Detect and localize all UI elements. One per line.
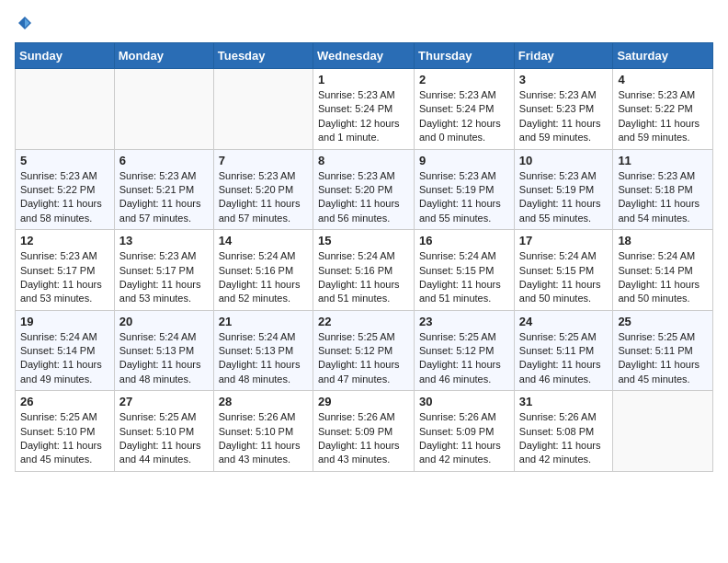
calendar-cell bbox=[16, 69, 115, 150]
day-number: 7 bbox=[219, 154, 308, 167]
calendar-cell: 3Sunrise: 5:23 AM Sunset: 5:23 PM Daylig… bbox=[514, 69, 613, 150]
calendar-cell: 28Sunrise: 5:26 AM Sunset: 5:10 PM Dayli… bbox=[213, 391, 313, 472]
day-info: Sunrise: 5:23 AM Sunset: 5:21 PM Dayligh… bbox=[119, 169, 209, 226]
weekday-header: Friday bbox=[514, 43, 613, 69]
calendar-cell: 15Sunrise: 5:24 AM Sunset: 5:16 PM Dayli… bbox=[313, 230, 414, 311]
calendar-cell: 13Sunrise: 5:23 AM Sunset: 5:17 PM Dayli… bbox=[114, 230, 213, 311]
calendar-cell: 21Sunrise: 5:24 AM Sunset: 5:13 PM Dayli… bbox=[213, 310, 313, 391]
day-info: Sunrise: 5:23 AM Sunset: 5:22 PM Dayligh… bbox=[20, 169, 109, 226]
calendar-cell: 24Sunrise: 5:25 AM Sunset: 5:11 PM Dayli… bbox=[514, 310, 613, 391]
day-info: Sunrise: 5:26 AM Sunset: 5:08 PM Dayligh… bbox=[519, 410, 609, 467]
day-info: Sunrise: 5:24 AM Sunset: 5:16 PM Dayligh… bbox=[219, 249, 308, 306]
day-number: 19 bbox=[20, 315, 109, 328]
day-number: 21 bbox=[219, 315, 308, 328]
day-info: Sunrise: 5:23 AM Sunset: 5:20 PM Dayligh… bbox=[318, 169, 409, 226]
day-info: Sunrise: 5:23 AM Sunset: 5:18 PM Dayligh… bbox=[618, 169, 708, 226]
calendar-cell: 7Sunrise: 5:23 AM Sunset: 5:20 PM Daylig… bbox=[213, 149, 313, 230]
calendar-cell: 23Sunrise: 5:25 AM Sunset: 5:12 PM Dayli… bbox=[415, 310, 515, 391]
calendar-cell: 25Sunrise: 5:25 AM Sunset: 5:11 PM Dayli… bbox=[613, 310, 713, 391]
day-info: Sunrise: 5:26 AM Sunset: 5:10 PM Dayligh… bbox=[219, 410, 308, 467]
header-row: SundayMondayTuesdayWednesdayThursdayFrid… bbox=[16, 43, 713, 69]
day-number: 12 bbox=[20, 234, 109, 247]
calendar-cell: 10Sunrise: 5:23 AM Sunset: 5:19 PM Dayli… bbox=[514, 149, 613, 230]
day-number: 15 bbox=[318, 234, 409, 247]
day-number: 9 bbox=[419, 154, 509, 167]
calendar-cell: 14Sunrise: 5:24 AM Sunset: 5:16 PM Dayli… bbox=[213, 230, 313, 311]
calendar-cell: 16Sunrise: 5:24 AM Sunset: 5:15 PM Dayli… bbox=[415, 230, 515, 311]
calendar-cell: 18Sunrise: 5:24 AM Sunset: 5:14 PM Dayli… bbox=[613, 230, 713, 311]
calendar-week: 12Sunrise: 5:23 AM Sunset: 5:17 PM Dayli… bbox=[16, 230, 713, 311]
day-info: Sunrise: 5:25 AM Sunset: 5:10 PM Dayligh… bbox=[119, 410, 209, 467]
day-number: 8 bbox=[318, 154, 409, 167]
calendar-cell: 31Sunrise: 5:26 AM Sunset: 5:08 PM Dayli… bbox=[514, 391, 613, 472]
day-info: Sunrise: 5:23 AM Sunset: 5:17 PM Dayligh… bbox=[20, 249, 109, 306]
day-number: 28 bbox=[219, 395, 308, 408]
calendar-cell bbox=[613, 391, 713, 472]
day-number: 30 bbox=[419, 395, 509, 408]
day-info: Sunrise: 5:23 AM Sunset: 5:23 PM Dayligh… bbox=[519, 88, 609, 145]
day-number: 2 bbox=[419, 73, 509, 86]
day-number: 3 bbox=[519, 73, 609, 86]
day-info: Sunrise: 5:26 AM Sunset: 5:09 PM Dayligh… bbox=[419, 410, 509, 467]
day-number: 13 bbox=[119, 234, 209, 247]
day-number: 10 bbox=[519, 154, 609, 167]
day-number: 14 bbox=[219, 234, 308, 247]
day-number: 5 bbox=[20, 154, 109, 167]
day-number: 4 bbox=[618, 73, 708, 86]
header bbox=[15, 15, 713, 31]
day-info: Sunrise: 5:24 AM Sunset: 5:13 PM Dayligh… bbox=[219, 330, 308, 387]
day-info: Sunrise: 5:23 AM Sunset: 5:19 PM Dayligh… bbox=[519, 169, 609, 226]
calendar: SundayMondayTuesdayWednesdayThursdayFrid… bbox=[15, 42, 713, 472]
day-number: 31 bbox=[519, 395, 609, 408]
calendar-cell: 30Sunrise: 5:26 AM Sunset: 5:09 PM Dayli… bbox=[415, 391, 515, 472]
day-info: Sunrise: 5:23 AM Sunset: 5:24 PM Dayligh… bbox=[419, 88, 509, 145]
day-number: 1 bbox=[318, 73, 409, 86]
calendar-cell: 19Sunrise: 5:24 AM Sunset: 5:14 PM Dayli… bbox=[16, 310, 115, 391]
calendar-cell: 29Sunrise: 5:26 AM Sunset: 5:09 PM Dayli… bbox=[313, 391, 414, 472]
calendar-cell: 5Sunrise: 5:23 AM Sunset: 5:22 PM Daylig… bbox=[16, 149, 115, 230]
weekday-header: Thursday bbox=[415, 43, 515, 69]
day-info: Sunrise: 5:24 AM Sunset: 5:16 PM Dayligh… bbox=[318, 249, 409, 306]
calendar-cell: 17Sunrise: 5:24 AM Sunset: 5:15 PM Dayli… bbox=[514, 230, 613, 311]
day-info: Sunrise: 5:23 AM Sunset: 5:24 PM Dayligh… bbox=[318, 88, 409, 145]
day-info: Sunrise: 5:23 AM Sunset: 5:17 PM Dayligh… bbox=[119, 249, 209, 306]
calendar-cell: 27Sunrise: 5:25 AM Sunset: 5:10 PM Dayli… bbox=[114, 391, 213, 472]
weekday-header: Tuesday bbox=[213, 43, 313, 69]
day-number: 16 bbox=[419, 234, 509, 247]
calendar-cell: 6Sunrise: 5:23 AM Sunset: 5:21 PM Daylig… bbox=[114, 149, 213, 230]
calendar-cell: 1Sunrise: 5:23 AM Sunset: 5:24 PM Daylig… bbox=[313, 69, 414, 150]
day-number: 23 bbox=[419, 315, 509, 328]
calendar-cell: 26Sunrise: 5:25 AM Sunset: 5:10 PM Dayli… bbox=[16, 391, 115, 472]
day-number: 18 bbox=[618, 234, 708, 247]
day-info: Sunrise: 5:25 AM Sunset: 5:11 PM Dayligh… bbox=[618, 330, 708, 387]
page: SundayMondayTuesdayWednesdayThursdayFrid… bbox=[0, 0, 728, 487]
day-info: Sunrise: 5:23 AM Sunset: 5:19 PM Dayligh… bbox=[419, 169, 509, 226]
day-number: 27 bbox=[119, 395, 209, 408]
calendar-cell: 11Sunrise: 5:23 AM Sunset: 5:18 PM Dayli… bbox=[613, 149, 713, 230]
day-info: Sunrise: 5:23 AM Sunset: 5:20 PM Dayligh… bbox=[219, 169, 308, 226]
calendar-cell: 4Sunrise: 5:23 AM Sunset: 5:22 PM Daylig… bbox=[613, 69, 713, 150]
calendar-cell: 9Sunrise: 5:23 AM Sunset: 5:19 PM Daylig… bbox=[415, 149, 515, 230]
day-number: 20 bbox=[119, 315, 209, 328]
day-info: Sunrise: 5:24 AM Sunset: 5:14 PM Dayligh… bbox=[618, 249, 708, 306]
weekday-header: Saturday bbox=[613, 43, 713, 69]
weekday-header: Sunday bbox=[16, 43, 115, 69]
calendar-cell: 8Sunrise: 5:23 AM Sunset: 5:20 PM Daylig… bbox=[313, 149, 414, 230]
calendar-cell: 20Sunrise: 5:24 AM Sunset: 5:13 PM Dayli… bbox=[114, 310, 213, 391]
day-info: Sunrise: 5:24 AM Sunset: 5:14 PM Dayligh… bbox=[20, 330, 109, 387]
day-info: Sunrise: 5:26 AM Sunset: 5:09 PM Dayligh… bbox=[318, 410, 409, 467]
calendar-week: 5Sunrise: 5:23 AM Sunset: 5:22 PM Daylig… bbox=[16, 149, 713, 230]
calendar-week: 26Sunrise: 5:25 AM Sunset: 5:10 PM Dayli… bbox=[16, 391, 713, 472]
day-number: 17 bbox=[519, 234, 609, 247]
day-number: 11 bbox=[618, 154, 708, 167]
day-number: 25 bbox=[618, 315, 708, 328]
day-number: 29 bbox=[318, 395, 409, 408]
calendar-cell bbox=[213, 69, 313, 150]
calendar-cell: 2Sunrise: 5:23 AM Sunset: 5:24 PM Daylig… bbox=[415, 69, 515, 150]
day-info: Sunrise: 5:25 AM Sunset: 5:12 PM Dayligh… bbox=[318, 330, 409, 387]
logo bbox=[15, 15, 33, 31]
calendar-cell bbox=[114, 69, 213, 150]
calendar-week: 19Sunrise: 5:24 AM Sunset: 5:14 PM Dayli… bbox=[16, 310, 713, 391]
calendar-week: 1Sunrise: 5:23 AM Sunset: 5:24 PM Daylig… bbox=[16, 69, 713, 150]
day-info: Sunrise: 5:25 AM Sunset: 5:12 PM Dayligh… bbox=[419, 330, 509, 387]
